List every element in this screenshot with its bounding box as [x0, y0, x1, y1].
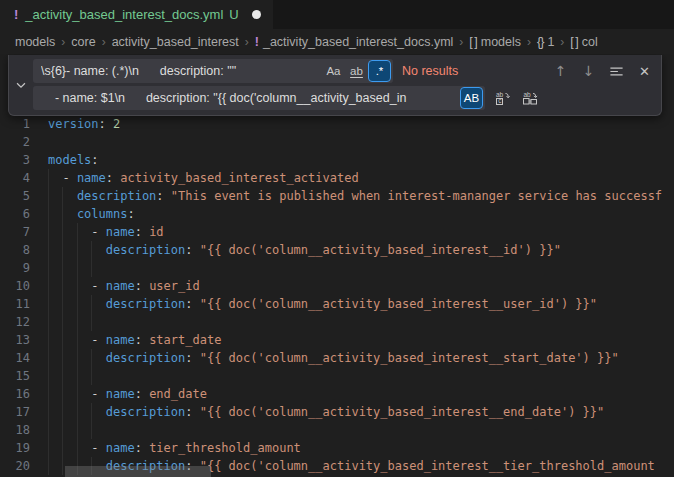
code-line[interactable]: 4- name: activity_based_interest_activat… — [0, 169, 674, 187]
indent-guide — [91, 295, 105, 313]
line-number: 9 — [0, 259, 30, 277]
line-number: 12 — [0, 313, 30, 331]
code-line[interactable]: 14description: "{{ doc('column__activity… — [0, 349, 674, 367]
modified-dot-icon[interactable] — [252, 10, 261, 19]
replace-all-button[interactable]: ab — [518, 87, 541, 109]
code-line-content — [30, 133, 48, 151]
indent-guide — [62, 205, 76, 223]
line-number: 3 — [0, 151, 30, 169]
code-line[interactable]: 3models: — [0, 151, 674, 169]
indent-guide — [62, 295, 76, 313]
line-number: 15 — [0, 367, 30, 385]
code-line-content: - name: tier_threshold_amount — [30, 439, 301, 457]
indent-guide — [48, 457, 62, 475]
close-find-button[interactable]: ✕ — [633, 60, 656, 82]
indent-guide — [48, 385, 62, 403]
indent-guide — [62, 439, 76, 457]
find-in-selection-button[interactable] — [605, 60, 628, 82]
breadcrumb-separator-icon: › — [102, 35, 106, 49]
indent-guide — [62, 223, 76, 241]
preserve-case-button[interactable]: AB — [461, 88, 482, 108]
next-match-button[interactable]: ↓ — [577, 60, 600, 82]
replace-input[interactable]: - name: $1\n description: "{{ doc('colum… — [33, 86, 485, 110]
breadcrumb-item-models[interactable]: models — [15, 35, 55, 49]
code-line-content — [30, 421, 106, 439]
code-line-content: description: "{{ doc('column__activity_b… — [30, 403, 604, 421]
indent-guide — [77, 367, 91, 385]
code-line[interactable]: 1version: 2 — [0, 115, 674, 133]
indent-guide — [62, 187, 76, 205]
find-replace-widget: \s{6}- name: (.*)\n description: "" Aa a… — [8, 55, 662, 116]
tab-activity-docs[interactable]: ! _activity_based_interest_docs.yml U — [0, 0, 273, 29]
editor[interactable]: 1version: 223models:4- name: activity_ba… — [0, 54, 674, 477]
whole-word-button[interactable]: ab — [346, 61, 367, 81]
line-number: 1 — [0, 115, 30, 133]
line-number: 2 — [0, 133, 30, 151]
code-line[interactable]: 13- name: start_date — [0, 331, 674, 349]
code-line[interactable]: 5description: "This event is published w… — [0, 187, 674, 205]
line-number: 13 — [0, 331, 30, 349]
indent-guide — [48, 277, 62, 295]
code-line-content: - name: id — [30, 223, 164, 241]
code-line[interactable]: 9 — [0, 259, 674, 277]
indent-guide — [48, 439, 62, 457]
horizontal-scrollbar-thumb[interactable] — [65, 466, 211, 477]
find-input[interactable]: \s{6}- name: (.*)\n description: "" Aa a… — [33, 59, 393, 83]
indent-guide — [62, 331, 76, 349]
code-line[interactable]: 2 — [0, 133, 674, 151]
breadcrumb-item-_activity_based_interest_docs.yml[interactable]: !_activity_based_interest_docs.yml — [255, 35, 454, 49]
breadcrumb-item-models[interactable]: [ ]models — [469, 35, 521, 49]
line-number: 7 — [0, 223, 30, 241]
code-line[interactable]: 15 — [0, 367, 674, 385]
toggle-replace-button[interactable] — [9, 59, 33, 110]
indent-guide — [77, 223, 91, 241]
breadcrumb-item-activity_based_interest[interactable]: activity_based_interest — [112, 35, 239, 49]
code-line-content: columns: — [30, 205, 135, 223]
code-line[interactable]: 11description: "{{ doc('column__activity… — [0, 295, 674, 313]
indent-guide — [62, 277, 76, 295]
code-line[interactable]: 16- name: end_date — [0, 385, 674, 403]
line-number: 18 — [0, 421, 30, 439]
breadcrumb-separator-icon: › — [245, 35, 249, 49]
object-symbol-icon: {} — [537, 35, 543, 49]
line-number: 11 — [0, 295, 30, 313]
breadcrumb-item-col[interactable]: [ ]col — [570, 35, 597, 49]
breadcrumb-item-core[interactable]: core — [71, 35, 95, 49]
indent-guide — [77, 277, 91, 295]
code-line[interactable]: 6columns: — [0, 205, 674, 223]
indent-guide — [62, 367, 76, 385]
indent-guide — [62, 421, 76, 439]
code-area[interactable]: 1version: 223models:4- name: activity_ba… — [0, 54, 674, 475]
replace-button[interactable]: ab c — [490, 87, 513, 109]
indent-guide — [77, 331, 91, 349]
line-number: 5 — [0, 187, 30, 205]
line-number: 17 — [0, 403, 30, 421]
line-number: 19 — [0, 439, 30, 457]
find-results-label: No results — [402, 64, 458, 78]
code-line[interactable]: 8description: "{{ doc('column__activity_… — [0, 241, 674, 259]
indent-guide — [48, 367, 62, 385]
find-query-text: \s{6}- name: (.*)\n description: "" — [41, 64, 321, 78]
code-line[interactable]: 17description: "{{ doc('column__activity… — [0, 403, 674, 421]
indent-guide — [48, 349, 62, 367]
previous-match-button[interactable]: ↑ — [549, 60, 572, 82]
code-line[interactable]: 7- name: id — [0, 223, 674, 241]
match-case-button[interactable]: Aa — [323, 61, 344, 81]
breadcrumb-separator-icon: › — [61, 35, 65, 49]
array-symbol-icon: [ ] — [469, 35, 476, 49]
code-line[interactable]: 12 — [0, 313, 674, 331]
svg-text:ab: ab — [523, 91, 531, 98]
code-line[interactable]: 19- name: tier_threshold_amount — [0, 439, 674, 457]
array-symbol-icon: [ ] — [570, 35, 577, 49]
indent-guide — [62, 313, 76, 331]
indent-guide — [48, 241, 62, 259]
yaml-problem-icon: ! — [14, 7, 18, 22]
code-line[interactable]: 18 — [0, 421, 674, 439]
breadcrumb-label: core — [71, 35, 95, 49]
regex-button[interactable]: .* — [369, 61, 390, 81]
indent-guide — [48, 331, 62, 349]
code-line-content: - name: end_date — [30, 385, 207, 403]
indent-guide — [48, 205, 62, 223]
breadcrumb-item-1[interactable]: {}1 — [537, 35, 554, 49]
code-line[interactable]: 10- name: user_id — [0, 277, 674, 295]
